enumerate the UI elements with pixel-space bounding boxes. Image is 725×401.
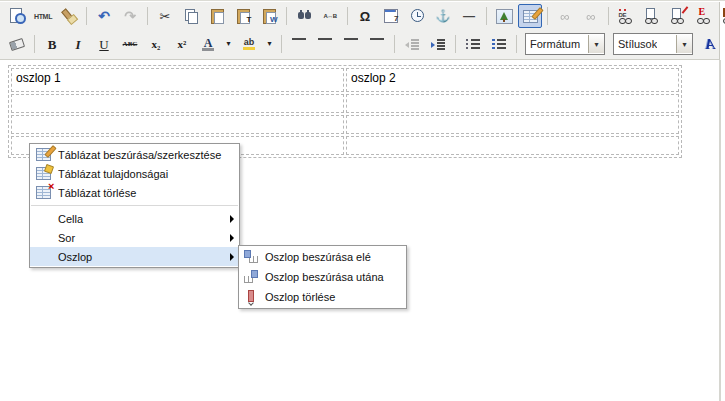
styles-select[interactable]: Stílusok▾ bbox=[613, 33, 693, 55]
table-pencil-icon bbox=[34, 147, 52, 163]
paste-from-word-icon: W bbox=[261, 8, 278, 24]
superscript-icon: x² bbox=[174, 36, 191, 52]
table-cell-oszlop-1[interactable]: oszlop 1 bbox=[11, 68, 344, 92]
menu-item-label: Oszlop beszúrása utána bbox=[265, 271, 384, 283]
submenu-item-insert-column-before[interactable]: Oszlop beszúrása elé bbox=[239, 247, 406, 267]
paste-from-word-button-overlay: W bbox=[270, 16, 278, 24]
strikethrough-button[interactable]: ABC bbox=[118, 32, 142, 56]
paste-as-text-button[interactable]: T bbox=[231, 4, 255, 28]
align-left-button[interactable] bbox=[287, 32, 311, 56]
menu-item-row[interactable]: Sor bbox=[30, 228, 239, 247]
find-replace-button-glyph: A↔B bbox=[323, 13, 336, 19]
toolbar-separator bbox=[394, 35, 395, 53]
italic-button[interactable]: I bbox=[66, 32, 90, 56]
forecolor-button[interactable]: A bbox=[196, 32, 220, 56]
menu-item-insert-edit-table[interactable]: Táblázat beszúrása/szerkesztése bbox=[30, 145, 239, 164]
menu-item-column[interactable]: Oszlop bbox=[30, 247, 239, 266]
cleanup-button[interactable] bbox=[57, 4, 81, 28]
table-cell-empty[interactable] bbox=[11, 94, 344, 113]
insert-date-button[interactable]: 7 bbox=[379, 4, 403, 28]
link-button-glyph: ∞ bbox=[560, 10, 569, 23]
align-left-icon bbox=[292, 38, 306, 51]
table-cell-empty[interactable] bbox=[11, 115, 344, 134]
underline-button-glyph: U bbox=[99, 38, 108, 51]
copy-button[interactable] bbox=[179, 4, 203, 28]
find-button[interactable] bbox=[292, 4, 316, 28]
preview-button[interactable] bbox=[5, 4, 29, 28]
horizontal-rule-button[interactable]: — bbox=[457, 4, 481, 28]
link-document-button[interactable] bbox=[640, 4, 664, 28]
table-cell-empty[interactable] bbox=[346, 115, 679, 134]
table-cell-empty[interactable] bbox=[346, 136, 679, 155]
format-select[interactable]: Formátum▾ bbox=[525, 33, 605, 55]
align-right-button[interactable] bbox=[339, 32, 363, 56]
paste-button[interactable] bbox=[205, 4, 229, 28]
align-center-icon bbox=[318, 38, 332, 51]
unlink-button-glyph: ∞ bbox=[586, 10, 595, 23]
link-e-button[interactable]: E bbox=[692, 4, 716, 28]
toolbar-separator bbox=[147, 7, 148, 25]
highlight-menu-button[interactable]: ▾ bbox=[263, 32, 276, 56]
underline-button[interactable]: U bbox=[92, 32, 116, 56]
paste-from-word-button[interactable]: W bbox=[257, 4, 281, 28]
submenu-item-insert-column-after[interactable]: Oszlop beszúrása utána bbox=[239, 267, 406, 287]
table-cell-oszlop-2[interactable]: oszlop 2 bbox=[346, 68, 679, 92]
anchor-button[interactable]: ⚓ bbox=[431, 4, 455, 28]
cut-button[interactable]: ✂ bbox=[153, 4, 177, 28]
superscript-button[interactable]: x² bbox=[170, 32, 194, 56]
custom-a-icon: A bbox=[702, 36, 719, 52]
align-justify-button[interactable] bbox=[365, 32, 389, 56]
find-replace-button[interactable]: A↔B bbox=[318, 4, 342, 28]
custom-a-button-glyph: A bbox=[705, 37, 715, 52]
dropdown-arrow-icon[interactable]: ▾ bbox=[588, 35, 604, 53]
html-source-button[interactable]: HTML bbox=[31, 4, 55, 28]
numbered-list-button[interactable] bbox=[487, 32, 511, 56]
toolbar-row-1: HTML↶↷✂TWA↔BΩ7⚓—∞∞DEE bbox=[0, 2, 719, 30]
toolbar-separator bbox=[347, 7, 348, 25]
undo-button[interactable]: ↶ bbox=[92, 4, 116, 28]
link-document-edit-button[interactable] bbox=[666, 4, 690, 28]
bold-button[interactable]: B bbox=[40, 32, 64, 56]
unlink-button[interactable]: ∞ bbox=[579, 4, 603, 28]
anchor-icon: ⚓ bbox=[435, 8, 452, 24]
highlight-button[interactable]: ab bbox=[237, 32, 261, 56]
indent-button[interactable] bbox=[426, 32, 450, 56]
menu-item-delete-table[interactable]: Táblázat törlése bbox=[30, 183, 239, 202]
insert-date-icon: 7 bbox=[383, 8, 400, 24]
toolbar-separator bbox=[34, 35, 35, 53]
forecolor-menu-button[interactable]: ▾ bbox=[222, 32, 235, 56]
menu-item-table-properties[interactable]: Táblázat tulajdonságai bbox=[30, 164, 239, 183]
insert-time-button[interactable] bbox=[405, 4, 429, 28]
link-de-icon: DE bbox=[618, 8, 635, 24]
image-button[interactable] bbox=[492, 4, 516, 28]
html-source-icon: HTML bbox=[35, 8, 52, 24]
paste-as-text-button-overlay: T bbox=[247, 16, 252, 24]
table-delete-icon bbox=[34, 185, 52, 201]
menu-item-cell[interactable]: Cella bbox=[30, 209, 239, 228]
custom-a-button[interactable]: A bbox=[698, 32, 722, 56]
special-char-button[interactable]: Ω bbox=[353, 4, 377, 28]
subscript-button[interactable]: x₂ bbox=[144, 32, 168, 56]
align-center-button[interactable] bbox=[313, 32, 337, 56]
toolbar-separator bbox=[86, 7, 87, 25]
link-document-icon bbox=[644, 8, 661, 24]
italic-icon: I bbox=[70, 36, 87, 52]
menu-item-label: Oszlop bbox=[58, 251, 92, 263]
redo-button[interactable]: ↷ bbox=[118, 4, 142, 28]
link-button[interactable]: ∞ bbox=[553, 4, 577, 28]
find-icon bbox=[296, 8, 313, 24]
bullet-list-button[interactable] bbox=[461, 32, 485, 56]
dropdown-arrow-icon[interactable]: ▾ bbox=[676, 35, 692, 53]
table-button[interactable] bbox=[518, 4, 542, 28]
outdent-button[interactable] bbox=[400, 32, 424, 56]
link-de-button-overlay: DE bbox=[619, 9, 627, 18]
editor-app: HTML↶↷✂TWA↔BΩ7⚓—∞∞DEE BIUABCx₂x²A▾ab▾For… bbox=[0, 0, 725, 401]
subscript-icon: x₂ bbox=[148, 36, 165, 52]
remove-format-button[interactable] bbox=[5, 32, 29, 56]
table-cell-empty[interactable] bbox=[346, 94, 679, 113]
toolbar-separator bbox=[281, 35, 282, 53]
submenu-item-delete-column[interactable]: Oszlop törlése bbox=[239, 287, 406, 307]
cleanup-icon bbox=[61, 8, 78, 24]
link-library-button[interactable] bbox=[718, 4, 725, 28]
link-de-button[interactable]: DE bbox=[614, 4, 638, 28]
